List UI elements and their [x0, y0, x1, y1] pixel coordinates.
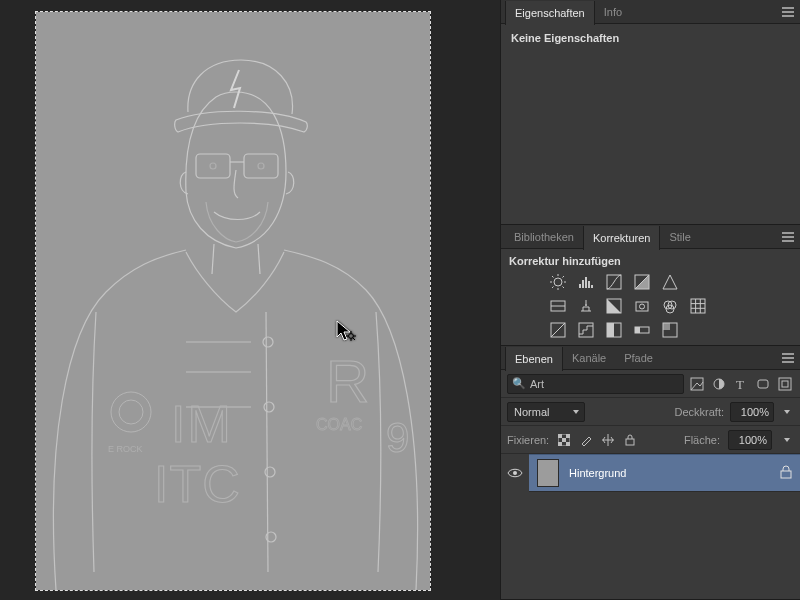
tab-styles[interactable]: Stile	[660, 225, 699, 249]
filter-pixel-icon[interactable]	[688, 375, 706, 393]
opacity-stepper[interactable]	[780, 402, 794, 422]
fill-label: Fläche:	[684, 434, 720, 446]
lock-label: Fixieren:	[507, 434, 549, 446]
hue-saturation-icon[interactable]	[549, 297, 567, 315]
svg-point-76	[513, 471, 517, 475]
svg-text:T: T	[736, 377, 744, 391]
photo-filter-icon[interactable]	[633, 297, 651, 315]
adjustments-add-label: Korrektur hinzufügen	[509, 255, 792, 267]
panel-menu-button[interactable]	[780, 350, 796, 366]
svg-text:IM: IM	[171, 395, 233, 453]
layer-filter-select[interactable]: 🔍 Art	[507, 374, 684, 394]
vibrance-icon[interactable]	[661, 273, 679, 291]
brightness-contrast-icon[interactable]	[549, 273, 567, 291]
layer-filter-bar: 🔍 Art T	[501, 370, 800, 398]
lock-position-icon[interactable]	[601, 433, 615, 447]
exposure-icon[interactable]	[633, 273, 651, 291]
svg-line-30	[552, 276, 554, 278]
panel-menu-button[interactable]	[780, 4, 796, 20]
layer-list: Hintergrund	[501, 454, 800, 599]
selective-color-icon[interactable]	[661, 321, 679, 339]
levels-icon[interactable]	[577, 273, 595, 291]
svg-rect-50	[691, 299, 705, 313]
tab-paths[interactable]: Pfade	[615, 346, 662, 370]
fill-stepper[interactable]	[780, 430, 794, 450]
svg-rect-68	[782, 381, 788, 387]
tab-adjustments[interactable]: Korrekturen	[583, 226, 660, 250]
svg-rect-38	[591, 285, 593, 288]
svg-text:E ROCK: E ROCK	[108, 444, 143, 454]
layer-row[interactable]: Hintergrund	[529, 454, 800, 492]
channel-mixer-icon[interactable]	[661, 297, 679, 315]
layers-tabs: Ebenen Kanäle Pfade	[501, 346, 800, 370]
panels-column: Eigenschaften Info Keine Eigenschaften B…	[500, 0, 800, 600]
panel-menu-button[interactable]	[780, 229, 796, 245]
svg-rect-77	[781, 471, 791, 478]
layer-locked-icon	[780, 465, 792, 481]
filter-adjustment-icon[interactable]	[710, 375, 728, 393]
adjustments-panel: Bibliotheken Korrekturen Stile Korrektur…	[501, 225, 800, 346]
svg-point-43	[585, 304, 587, 306]
svg-rect-67	[779, 378, 791, 390]
svg-line-32	[552, 287, 554, 289]
threshold-icon[interactable]	[605, 321, 623, 339]
svg-rect-60	[635, 327, 640, 333]
opacity-value[interactable]: 100%	[730, 402, 774, 422]
layer-visibility-toggle[interactable]	[501, 454, 529, 492]
canvas-area: IM ITC R COAC 9 E ROCK	[0, 0, 500, 600]
tab-libraries[interactable]: Bibliotheken	[505, 225, 583, 249]
svg-rect-62	[663, 323, 670, 330]
svg-text:ITC: ITC	[154, 455, 241, 513]
tab-layers[interactable]: Ebenen	[505, 347, 563, 371]
svg-rect-45	[636, 302, 648, 311]
layer-name: Hintergrund	[569, 467, 770, 479]
opacity-label: Deckkraft:	[674, 406, 724, 418]
gradient-map-icon[interactable]	[633, 321, 651, 339]
svg-text:R: R	[326, 348, 369, 415]
lock-pixels-icon[interactable]	[579, 433, 593, 447]
filter-shape-icon[interactable]	[754, 375, 772, 393]
invert-icon[interactable]	[549, 321, 567, 339]
layer-filter-value: Art	[530, 378, 544, 390]
tab-channels[interactable]: Kanäle	[563, 346, 615, 370]
tab-info[interactable]: Info	[595, 0, 631, 24]
search-icon: 🔍	[512, 377, 526, 390]
lock-fill-row: Fixieren: Fläche: 100%	[501, 426, 800, 454]
svg-line-33	[563, 276, 565, 278]
svg-rect-75	[626, 439, 634, 445]
properties-body: Keine Eigenschaften	[501, 24, 800, 224]
blend-mode-select[interactable]: Normal	[507, 402, 585, 422]
fill-value[interactable]: 100%	[728, 430, 772, 450]
curves-icon[interactable]	[605, 273, 623, 291]
svg-rect-66	[758, 380, 768, 388]
color-balance-icon[interactable]	[577, 297, 595, 315]
lock-transparency-icon[interactable]	[557, 433, 571, 447]
filter-smartobject-icon[interactable]	[776, 375, 794, 393]
svg-rect-70	[558, 434, 562, 438]
svg-rect-74	[566, 442, 570, 446]
svg-rect-37	[588, 281, 590, 288]
svg-rect-71	[566, 434, 570, 438]
svg-line-31	[563, 287, 565, 289]
svg-rect-73	[558, 442, 562, 446]
black-white-icon[interactable]	[605, 297, 623, 315]
svg-point-25	[554, 278, 562, 286]
posterize-icon[interactable]	[577, 321, 595, 339]
layers-panel: Ebenen Kanäle Pfade 🔍 Art T Normal Deckk…	[501, 346, 800, 600]
lock-all-icon[interactable]	[623, 433, 637, 447]
svg-rect-58	[607, 323, 614, 337]
svg-rect-34	[579, 284, 581, 288]
svg-line-20	[353, 338, 355, 340]
cursor-pointer	[336, 320, 358, 344]
svg-text:9: 9	[386, 414, 409, 461]
svg-point-46	[640, 304, 645, 309]
svg-rect-72	[562, 438, 566, 442]
properties-tabs: Eigenschaften Info	[501, 0, 800, 24]
svg-text:COAC: COAC	[316, 416, 362, 433]
svg-rect-35	[582, 280, 584, 288]
filter-type-icon[interactable]: T	[732, 375, 750, 393]
color-lookup-icon[interactable]	[689, 297, 707, 315]
tab-properties[interactable]: Eigenschaften	[505, 1, 595, 25]
document-selection[interactable]: IM ITC R COAC 9 E ROCK	[36, 12, 430, 590]
properties-panel: Eigenschaften Info Keine Eigenschaften	[501, 0, 800, 225]
